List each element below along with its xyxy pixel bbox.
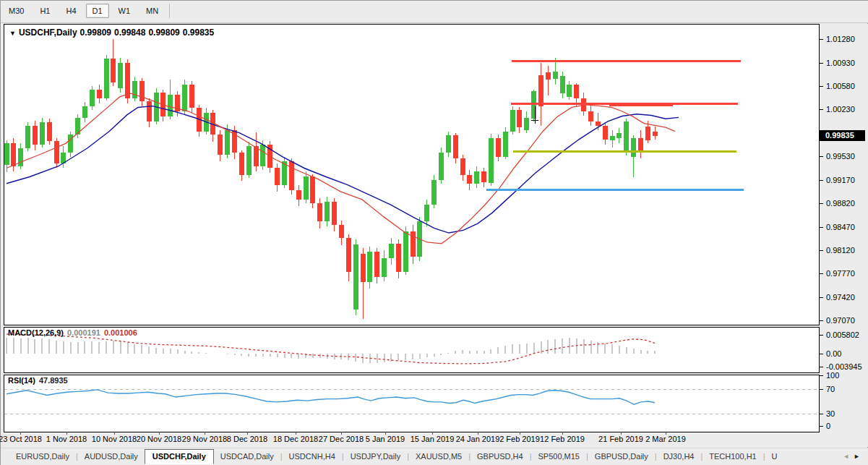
price-axis-tick [820,203,823,204]
ohlc-low: 0.99809 [148,27,179,38]
toolbar-separator [169,4,170,18]
tab-tech100-h1[interactable]: TECH100,H1 [702,449,762,463]
date-axis-label: 20 Nov 2018 [137,435,181,443]
date-axis-label: 21 Feb 2019 [598,435,643,443]
macd-value-main: 0.000191 [67,328,100,337]
tab-usdcnh-h4[interactable]: USDCNH,H4 [283,449,342,463]
price-axis-tick [820,320,823,321]
ohlc-close: 0.99835 [183,27,214,38]
macd-histogram [7,338,655,364]
price-axis-tick [820,109,823,110]
rsi-axis-tick [820,389,823,390]
price-axis-label: 1.01280 [826,35,855,43]
date-axis-label: 1 Nov 2018 [46,435,87,443]
rsi-label: RSI(14)47.8935 [8,376,68,385]
ohlc-open: 0.99809 [80,27,111,38]
tab-usdcad-daily[interactable]: USDCAD,Daily [214,449,280,463]
price-axis-tick [820,227,823,228]
price-axis-tick [820,297,823,298]
price-axis-label: 0.99530 [826,152,855,161]
rsi-canvas[interactable] [4,375,819,432]
macd-signal-line [7,334,657,364]
macd-axis-label: 0.00 [826,349,841,358]
macd-axis-tick [820,354,823,354]
date-axis-label: 5 Jan 2019 [366,435,405,443]
rsi-axis-label: 100 [826,371,839,380]
date-axis-label: 29 Nov 2018 [182,435,227,443]
price-axis-tick [820,180,823,181]
date-axis-label: 24 Jan 2019 [456,435,500,443]
date-axis-label: 27 Dec 2018 [319,435,364,443]
macd-axis-label: 0.005802 [826,330,859,339]
tab-audusd-daily[interactable]: AUDUSD,Daily [78,449,145,463]
date-axis: 23 Oct 20181 Nov 201810 Nov 201820 Nov 2… [1,432,868,447]
tab-sp500-m15[interactable]: SP500,M15 [531,449,585,463]
current-price-tag: 0.99835 [820,130,865,141]
timeframe-button-mn[interactable]: MN [139,4,165,18]
price-axis-tick [820,250,823,251]
price-axis-label: 0.98470 [826,223,855,231]
tab-gbpusd-daily[interactable]: GBPUSD,Daily [588,449,655,463]
main-chart-canvas[interactable] [4,25,819,325]
tab-xauusd-m5[interactable]: XAUUSD,M5 [409,449,468,463]
rsi-axis-label: 70 [826,385,835,393]
timeframe-button-h1[interactable]: H1 [33,4,56,18]
macd-value-signal: 0.001006 [104,328,137,337]
tab-scroll-arrows: ◄► [843,453,864,460]
ohlc-high: 0.99848 [114,27,145,38]
rsi-axis-tick [820,414,823,414]
price-axis-label: 0.99170 [826,176,855,184]
tab-scroll-right-icon[interactable]: ► [854,453,864,460]
date-axis-label: 2 Feb 2019 [499,435,540,443]
date-axis-label: 2 Mar 2019 [645,435,686,443]
rsi-axis-tick [820,426,823,427]
rsi-name: RSI(14) [8,376,35,385]
macd-axis-tick [820,367,823,367]
price-axis-tick [820,156,823,157]
price-axis-label: 1.00930 [826,59,855,67]
rsi-axis-label: 30 [826,409,835,418]
tab-usdchf-daily[interactable]: USDCHF,Daily [145,449,214,464]
macd-axis-label: -0.003945 [826,362,862,371]
chart-tab-bar: EURUSD,Daily|AUDUSD,DailyUSDCHF,DailyUSD… [1,448,868,465]
rsi-line [7,390,655,404]
price-axis-label: 0.97770 [826,269,855,278]
ma-slow-line [7,106,679,233]
tab-strip: EURUSD,Daily|AUDUSD,DailyUSDCHF,DailyUSD… [1,448,868,464]
tab-gbpusd-h4[interactable]: GBPUSD,H4 [470,449,530,463]
rsi-axis-label: 0 [826,422,830,430]
macd-label: MACD(12,26,9)0.0001910.001006 [8,328,137,337]
date-axis-label: 23 Oct 2018 [0,435,42,443]
chart-symbol-label: USDCHF,Daily [19,27,77,38]
timeframe-button-m30[interactable]: M30 [2,4,30,18]
tab-u[interactable]: U [765,449,784,463]
date-axis-label: 12 Feb 2019 [540,435,585,443]
trading-platform-window: M30H1H4D1W1MN ▼USDCHF,Daily0.998090.9984… [0,0,868,465]
ma-fast-line [7,93,675,244]
price-axis-tick [820,273,823,274]
date-axis-label: 10 Nov 2018 [92,435,137,443]
tab-scroll-left-icon[interactable]: ◄ [843,453,854,460]
timeframe-button-h4[interactable]: H4 [59,4,82,18]
timeframe-button-d1[interactable]: D1 [86,4,109,18]
price-axis-tick [820,86,823,87]
tab-usdjpy-daily[interactable]: USDJPY,Daily [344,449,408,463]
date-axis-label: 15 Jan 2019 [411,435,455,443]
price-axis-tick [820,39,823,40]
price-axis-label: 0.98120 [826,246,855,255]
rsi-value: 47.8935 [39,376,68,385]
price-axis-label: 1.00230 [826,105,855,114]
price-axis-label: 0.97420 [826,293,855,302]
date-axis-label: 8 Dec 2018 [227,435,267,443]
date-axis-label: 18 Dec 2018 [273,435,318,443]
tab-eurusd-daily[interactable]: EURUSD,Daily [9,449,76,463]
tab-dj30-h4[interactable]: DJ30,H4 [657,449,701,463]
price-axis-label: 1.00580 [826,82,855,90]
price-axis-label: 0.98820 [826,199,855,208]
price-axis: 1.012801.009301.005801.002300.998800.995… [820,24,868,432]
symbol-dropdown-icon[interactable]: ▼ [9,30,16,37]
timeframe-button-w1[interactable]: W1 [112,4,137,18]
price-axis-tick [820,63,823,64]
price-axis-label: 0.97070 [826,316,855,325]
macd-name: MACD(12,26,9) [8,328,64,337]
